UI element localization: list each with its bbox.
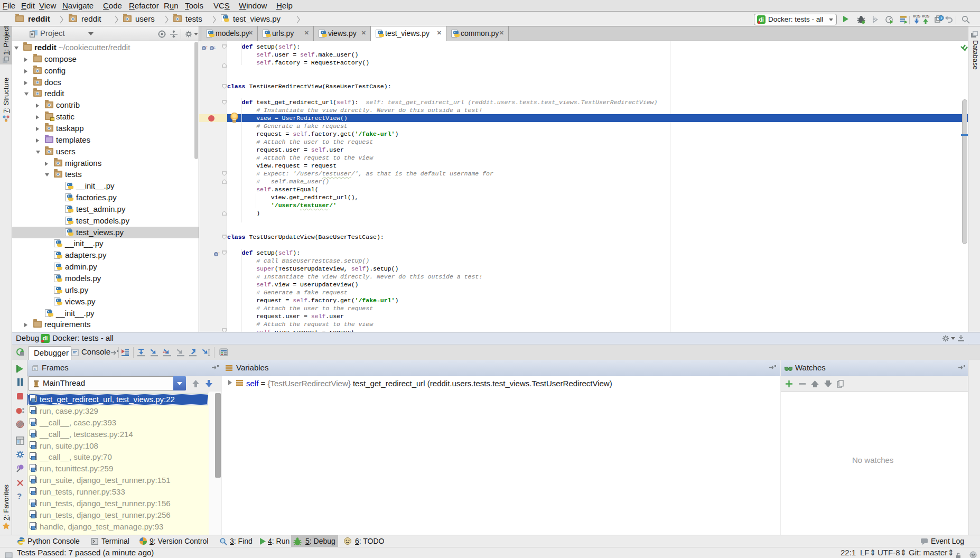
svg-text:s: s xyxy=(34,367,36,370)
svg-text:VCS: VCS xyxy=(913,14,921,18)
svg-text:VCS: VCS xyxy=(922,14,930,18)
